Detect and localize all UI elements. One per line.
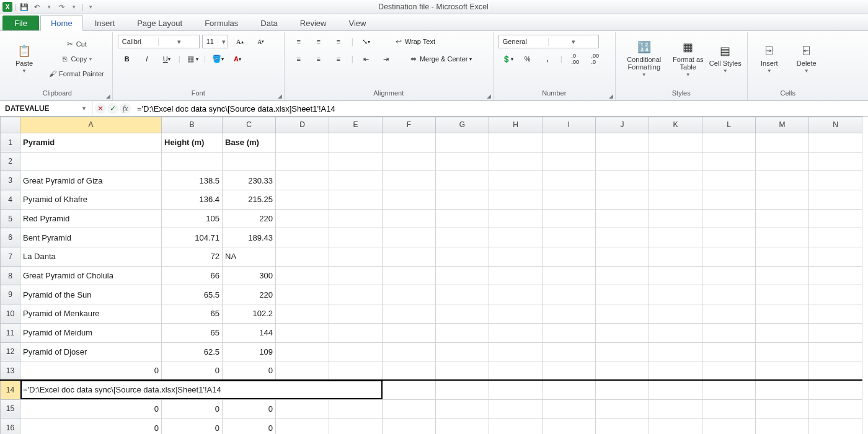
cell[interactable] xyxy=(489,342,542,361)
cell[interactable] xyxy=(702,209,756,228)
cell[interactable] xyxy=(756,361,809,381)
cell[interactable]: Pyramid xyxy=(20,133,162,152)
cell[interactable] xyxy=(542,380,596,399)
cell[interactable] xyxy=(329,418,383,434)
col-header-E[interactable]: E xyxy=(329,117,383,133)
cell[interactable] xyxy=(542,399,596,418)
qat-customize-icon[interactable]: ▼ xyxy=(86,2,95,12)
cell[interactable] xyxy=(596,266,649,285)
cell[interactable]: 65.5 xyxy=(162,285,223,304)
cell[interactable]: Pyramid of Djoser xyxy=(20,342,162,361)
align-left-icon[interactable]: ≡ xyxy=(290,52,308,66)
cell[interactable] xyxy=(809,228,862,247)
cell[interactable] xyxy=(542,418,596,434)
cell[interactable] xyxy=(702,323,756,342)
col-header-M[interactable]: M xyxy=(756,117,809,133)
cell[interactable] xyxy=(383,190,436,210)
cell[interactable] xyxy=(596,361,649,381)
row-header[interactable]: 7 xyxy=(1,247,20,267)
cell[interactable] xyxy=(756,304,809,324)
cell[interactable] xyxy=(542,361,596,381)
cell[interactable]: 300 xyxy=(223,266,276,285)
cell[interactable] xyxy=(436,133,489,152)
cell[interactable] xyxy=(702,418,756,434)
cell[interactable] xyxy=(756,342,809,361)
cell[interactable]: 102.2 xyxy=(223,304,276,324)
save-icon[interactable]: 💾 xyxy=(19,2,29,12)
cell[interactable] xyxy=(489,418,542,434)
cell[interactable] xyxy=(596,399,649,418)
underline-button[interactable]: U▾ xyxy=(157,52,176,66)
cell[interactable] xyxy=(276,133,329,152)
cell[interactable]: Height (m) xyxy=(162,133,223,152)
cell[interactable] xyxy=(436,342,489,361)
row-header[interactable]: 8 xyxy=(1,266,20,285)
font-launcher-icon[interactable]: ◢ xyxy=(278,93,282,99)
cell[interactable] xyxy=(436,323,489,342)
cell[interactable] xyxy=(809,399,862,418)
row-header[interactable]: 6 xyxy=(1,228,20,247)
cell[interactable] xyxy=(542,285,596,304)
conditional-formatting-button[interactable]: 🔢Conditional Formatting▼ xyxy=(621,35,668,82)
row-header[interactable]: 10 xyxy=(1,304,20,324)
cell[interactable] xyxy=(809,190,862,210)
cell[interactable] xyxy=(436,152,489,171)
cell[interactable] xyxy=(649,209,702,228)
cell[interactable] xyxy=(383,323,436,342)
cell[interactable]: Great Pyramid of Cholula xyxy=(20,266,162,285)
cell[interactable] xyxy=(596,304,649,324)
cell-styles-button[interactable]: ▤Cell Styles▼ xyxy=(709,35,742,82)
cell[interactable] xyxy=(276,152,329,171)
cell[interactable]: Red Pyramid xyxy=(20,209,162,228)
redo-dropdown-icon[interactable]: ▼ xyxy=(69,2,79,12)
cell[interactable]: Pyramid of the Sun xyxy=(20,285,162,304)
cell[interactable] xyxy=(329,133,383,152)
alignment-launcher-icon[interactable]: ◢ xyxy=(487,93,491,99)
cell[interactable] xyxy=(809,209,862,228)
cell[interactable] xyxy=(436,285,489,304)
cell[interactable] xyxy=(383,171,436,190)
cell[interactable] xyxy=(329,171,383,190)
cell[interactable] xyxy=(756,380,809,399)
cell[interactable] xyxy=(276,323,329,342)
merge-center-button[interactable]: ⬌Merge & Center▾ xyxy=(405,52,475,66)
cell[interactable] xyxy=(383,228,436,247)
tab-view[interactable]: View xyxy=(338,16,376,30)
name-box-dropdown-icon[interactable]: ▼ xyxy=(79,105,89,112)
row-header[interactable]: 16 xyxy=(1,418,20,434)
select-all-corner[interactable] xyxy=(1,117,20,133)
cell[interactable] xyxy=(436,399,489,418)
cell[interactable]: Pyramid of Meidum xyxy=(20,323,162,342)
enter-formula-icon[interactable]: ✓ xyxy=(107,103,118,114)
cell[interactable] xyxy=(436,304,489,324)
paste-dropdown-icon[interactable]: ▼ xyxy=(22,68,27,74)
cell[interactable] xyxy=(383,361,436,381)
cell[interactable] xyxy=(649,171,702,190)
cell[interactable] xyxy=(649,152,702,171)
orientation-icon[interactable]: ⤡▾ xyxy=(357,35,376,48)
cell[interactable] xyxy=(649,399,702,418)
cell[interactable]: Pyramid of Menkaure xyxy=(20,304,162,324)
cell[interactable] xyxy=(702,190,756,210)
cell[interactable] xyxy=(436,171,489,190)
undo-icon[interactable]: ↶ xyxy=(32,2,42,12)
cell[interactable] xyxy=(756,418,809,434)
cell[interactable] xyxy=(329,323,383,342)
cell[interactable] xyxy=(649,133,702,152)
cell[interactable] xyxy=(276,304,329,324)
cell[interactable] xyxy=(489,399,542,418)
cell[interactable] xyxy=(489,133,542,152)
cell[interactable]: Pyramid of Khafre xyxy=(20,190,162,210)
row-header[interactable]: 14 xyxy=(1,380,20,399)
font-name-combo[interactable]: Calibri▾ xyxy=(118,35,200,48)
delete-cells-button[interactable]: ⍇Delete▼ xyxy=(790,35,823,82)
col-header-A[interactable]: A xyxy=(20,117,162,133)
cell[interactable] xyxy=(702,285,756,304)
number-launcher-icon[interactable]: ◢ xyxy=(609,93,613,99)
cell[interactable]: 215.25 xyxy=(223,190,276,210)
cell[interactable] xyxy=(276,247,329,267)
cell[interactable] xyxy=(649,266,702,285)
align-middle-icon[interactable]: ≡ xyxy=(309,35,328,48)
cell[interactable] xyxy=(436,266,489,285)
decrease-font-icon[interactable]: A▾ xyxy=(252,35,270,48)
